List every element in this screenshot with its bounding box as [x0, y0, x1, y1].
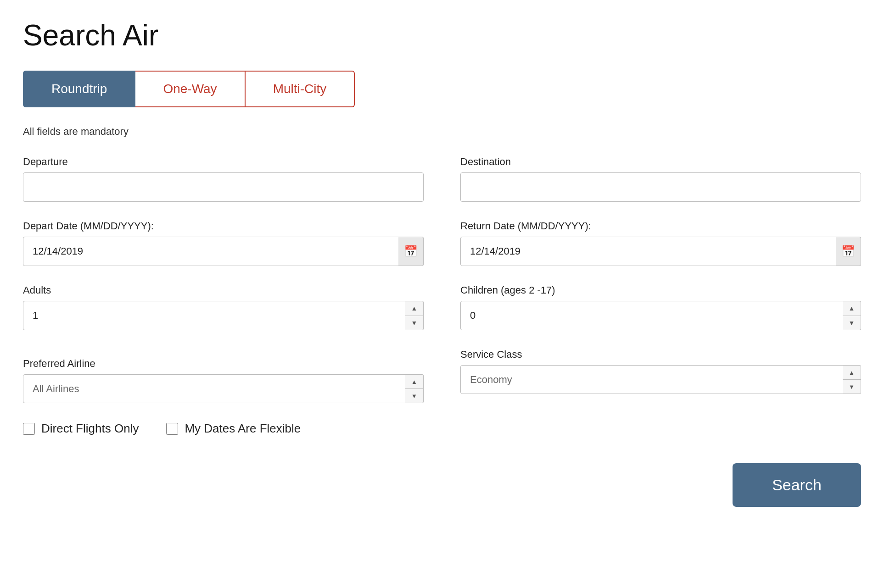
children-group: Children (ages 2 -17) ▲ ▼: [460, 284, 861, 330]
service-class-group: Service Class Economy ▲ ▼: [460, 349, 861, 403]
children-spinner[interactable]: ▲ ▼: [843, 301, 861, 330]
search-form: Departure Destination Depart Date (MM/DD…: [23, 156, 861, 403]
return-date-input[interactable]: [460, 237, 861, 266]
children-decrement[interactable]: ▼: [843, 316, 861, 330]
depart-date-group: Depart Date (MM/DD/YYYY): 📅: [23, 220, 424, 266]
adults-spinner[interactable]: ▲ ▼: [405, 301, 424, 330]
checkboxes-row: Direct Flights Only My Dates Are Flexibl…: [23, 422, 861, 436]
preferred-airline-wrapper: All Airlines ▲ ▼: [23, 374, 424, 403]
children-input[interactable]: [460, 301, 861, 330]
direct-flights-checkbox-label[interactable]: Direct Flights Only: [23, 422, 139, 436]
preferred-airline-label: Preferred Airline: [23, 358, 424, 370]
flexible-dates-checkbox[interactable]: [166, 423, 178, 435]
children-input-wrapper: ▲ ▼: [460, 301, 861, 330]
destination-group: Destination: [460, 156, 861, 202]
departure-input[interactable]: [23, 172, 424, 202]
flexible-dates-checkbox-label[interactable]: My Dates Are Flexible: [166, 422, 301, 436]
adults-decrement[interactable]: ▼: [405, 316, 423, 330]
children-label: Children (ages 2 -17): [460, 284, 861, 296]
return-date-group: Return Date (MM/DD/YYYY): 📅: [460, 220, 861, 266]
direct-flights-label: Direct Flights Only: [41, 422, 139, 436]
oneway-button[interactable]: One-Way: [135, 71, 245, 107]
mandatory-notice: All fields are mandatory: [23, 126, 861, 138]
depart-calendar-icon[interactable]: 📅: [398, 237, 424, 266]
departure-label: Departure: [23, 156, 424, 168]
destination-input[interactable]: [460, 172, 861, 202]
roundtrip-button[interactable]: Roundtrip: [23, 71, 135, 107]
return-date-wrapper: 📅: [460, 237, 861, 266]
preferred-airline-group: Preferred Airline All Airlines ▲ ▼: [23, 358, 424, 403]
adults-increment[interactable]: ▲: [405, 301, 423, 316]
service-class-wrapper: Economy ▲ ▼: [460, 365, 861, 394]
service-class-label: Service Class: [460, 349, 861, 361]
page-title: Search Air: [23, 18, 861, 52]
direct-flights-checkbox[interactable]: [23, 423, 35, 435]
preferred-airline-select[interactable]: All Airlines: [23, 374, 424, 403]
destination-label: Destination: [460, 156, 861, 168]
adults-group: Adults ▲ ▼: [23, 284, 424, 330]
search-button[interactable]: Search: [733, 463, 861, 507]
depart-date-label: Depart Date (MM/DD/YYYY):: [23, 220, 424, 232]
depart-date-wrapper: 📅: [23, 237, 424, 266]
depart-date-input[interactable]: [23, 237, 424, 266]
flexible-dates-label: My Dates Are Flexible: [185, 422, 301, 436]
service-class-select[interactable]: Economy: [460, 365, 861, 394]
departure-group: Departure: [23, 156, 424, 202]
trip-type-selector: Roundtrip One-Way Multi-City: [23, 71, 861, 107]
search-button-row: Search: [23, 463, 861, 507]
adults-label: Adults: [23, 284, 424, 296]
multicity-button[interactable]: Multi-City: [246, 71, 355, 107]
adults-input-wrapper: ▲ ▼: [23, 301, 424, 330]
return-calendar-icon[interactable]: 📅: [836, 237, 861, 266]
adults-input[interactable]: [23, 301, 424, 330]
children-increment[interactable]: ▲: [843, 301, 861, 316]
return-date-label: Return Date (MM/DD/YYYY):: [460, 220, 861, 232]
